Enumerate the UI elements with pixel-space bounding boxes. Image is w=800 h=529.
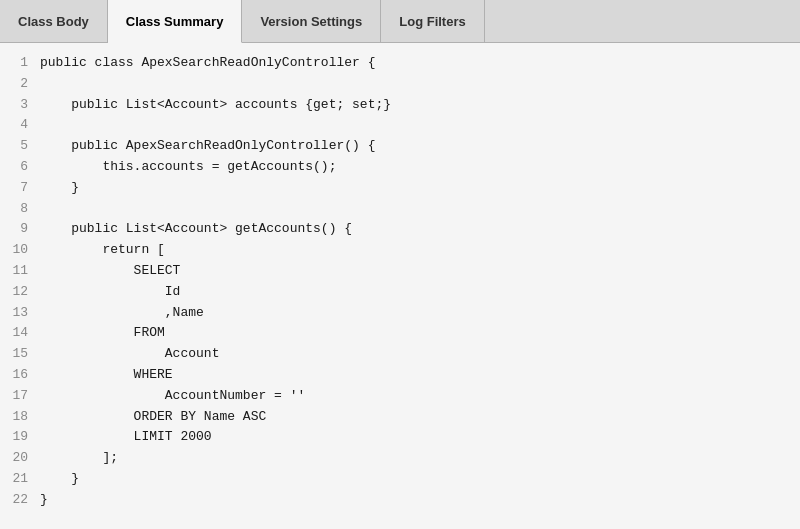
line-number: 5 [0,136,40,157]
line-content: public List<Account> getAccounts() { [40,219,800,240]
line-content: LIMIT 2000 [40,427,800,448]
line-number: 17 [0,386,40,407]
line-number: 10 [0,240,40,261]
table-row: 22} [0,490,800,511]
tab-version-settings[interactable]: Version Settings [242,0,381,42]
table-row: 6 this.accounts = getAccounts(); [0,157,800,178]
line-number: 18 [0,407,40,428]
line-number: 20 [0,448,40,469]
line-content: Account [40,344,800,365]
table-row: 12 Id [0,282,800,303]
line-number: 21 [0,469,40,490]
line-number: 13 [0,303,40,324]
table-row: 19 LIMIT 2000 [0,427,800,448]
line-number: 14 [0,323,40,344]
line-content: ]; [40,448,800,469]
line-content: AccountNumber = '' [40,386,800,407]
code-area: 1public class ApexSearchReadOnlyControll… [0,43,800,529]
line-number: 15 [0,344,40,365]
table-row: 9 public List<Account> getAccounts() { [0,219,800,240]
table-row: 18 ORDER BY Name ASC [0,407,800,428]
table-row: 10 return [ [0,240,800,261]
table-row: 5 public ApexSearchReadOnlyController() … [0,136,800,157]
table-row: 16 WHERE [0,365,800,386]
line-number: 7 [0,178,40,199]
table-row: 2 [0,74,800,95]
table-row: 20 ]; [0,448,800,469]
line-content: return [ [40,240,800,261]
line-content [40,199,800,220]
line-content [40,74,800,95]
line-content: this.accounts = getAccounts(); [40,157,800,178]
line-number: 16 [0,365,40,386]
tab-bar: Class Body Class Summary Version Setting… [0,0,800,43]
line-content: Id [40,282,800,303]
line-content: public class ApexSearchReadOnlyControlle… [40,53,800,74]
line-number: 22 [0,490,40,511]
table-row: 3 public List<Account> accounts {get; se… [0,95,800,116]
table-row: 11 SELECT [0,261,800,282]
table-row: 13 ,Name [0,303,800,324]
line-number: 3 [0,95,40,116]
table-row: 15 Account [0,344,800,365]
line-number: 19 [0,427,40,448]
line-number: 9 [0,219,40,240]
line-content: ,Name [40,303,800,324]
line-number: 1 [0,53,40,74]
line-content [40,115,800,136]
table-row: 8 [0,199,800,220]
line-number: 4 [0,115,40,136]
tab-class-summary[interactable]: Class Summary [108,0,243,43]
line-content: } [40,490,800,511]
table-row: 1public class ApexSearchReadOnlyControll… [0,53,800,74]
line-content: public ApexSearchReadOnlyController() { [40,136,800,157]
line-number: 12 [0,282,40,303]
line-content: public List<Account> accounts {get; set;… [40,95,800,116]
line-number: 8 [0,199,40,220]
line-content: } [40,469,800,490]
line-content: WHERE [40,365,800,386]
line-number: 2 [0,74,40,95]
line-number: 6 [0,157,40,178]
table-row: 7 } [0,178,800,199]
line-content: ORDER BY Name ASC [40,407,800,428]
line-content: FROM [40,323,800,344]
line-content: SELECT [40,261,800,282]
table-row: 17 AccountNumber = '' [0,386,800,407]
line-number: 11 [0,261,40,282]
code-table: 1public class ApexSearchReadOnlyControll… [0,53,800,511]
table-row: 4 [0,115,800,136]
line-content: } [40,178,800,199]
tab-log-filters[interactable]: Log Filters [381,0,484,42]
table-row: 21 } [0,469,800,490]
table-row: 14 FROM [0,323,800,344]
tab-class-body[interactable]: Class Body [0,0,108,42]
